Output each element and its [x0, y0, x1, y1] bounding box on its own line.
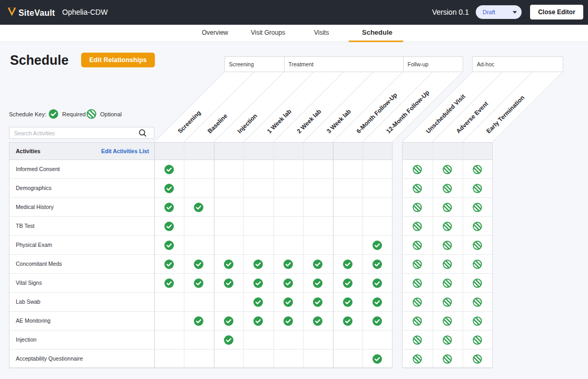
svg-text:Screening: Screening: [229, 61, 254, 67]
svg-text:Follw-up: Follw-up: [408, 61, 429, 67]
svg-text:Treatment: Treatment: [289, 61, 314, 67]
svg-text:Ad-hoc: Ad-hoc: [477, 61, 494, 67]
